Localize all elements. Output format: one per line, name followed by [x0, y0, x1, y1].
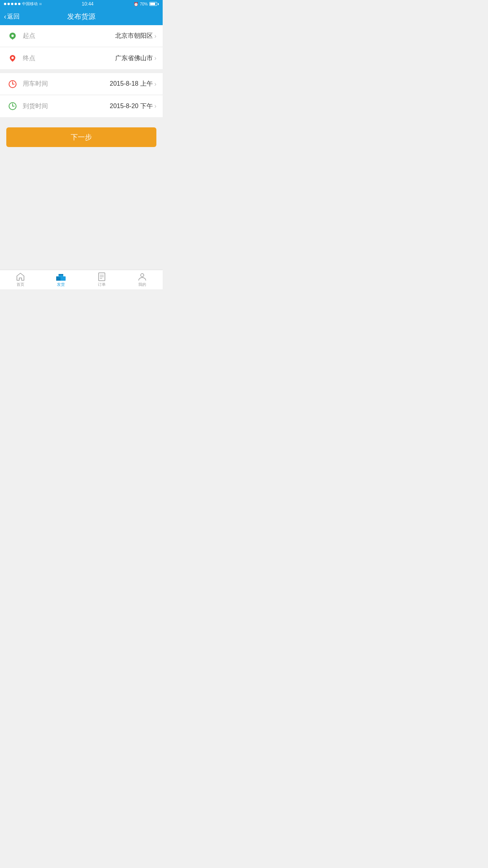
end-location-icon [6, 52, 19, 64]
tab-orders-label: 订单 [98, 282, 106, 287]
pickup-time-chevron-icon: › [154, 81, 156, 88]
end-point-chevron-icon: › [154, 55, 156, 62]
start-point-label: 起点 [23, 32, 115, 40]
profile-icon [138, 272, 147, 281]
svg-point-1 [11, 35, 14, 37]
content-area: 起点 北京市朝阳区 › 终点 广东省佛山市 › [0, 25, 163, 69]
delivery-time-icon [6, 100, 19, 112]
battery-icon [149, 2, 159, 6]
back-button[interactable]: ‹ 返回 [4, 13, 20, 21]
next-button-container: 下一步 [0, 121, 163, 153]
start-point-value: 北京市朝阳区 [115, 32, 153, 40]
start-location-icon [6, 30, 19, 42]
signal-dots [4, 3, 20, 5]
tab-bar: 首页 发货 订单 我的 [0, 270, 163, 289]
svg-point-19 [141, 274, 144, 277]
back-chevron-icon: ‹ [4, 13, 6, 21]
alarm-icon: ⏰ [134, 2, 138, 6]
pickup-time-icon [6, 78, 19, 90]
tab-orders[interactable]: 订单 [81, 270, 122, 289]
back-label: 返回 [7, 13, 20, 21]
battery-percent: 70% [140, 2, 148, 6]
svg-point-2 [11, 57, 14, 59]
empty-area [0, 153, 163, 289]
tab-profile-label: 我的 [138, 282, 146, 287]
tab-send[interactable]: 发货 [41, 270, 82, 289]
end-point-label: 终点 [23, 54, 115, 63]
status-right: ⏰ 70% [134, 2, 159, 6]
status-time: 10:44 [82, 1, 94, 7]
tab-profile[interactable]: 我的 [122, 270, 163, 289]
tab-send-label: 发货 [57, 282, 65, 287]
status-bar: 中国移动 ⌗ 10:44 ⏰ 70% [0, 0, 163, 8]
page-title: 发布货源 [67, 12, 95, 21]
end-point-value: 广东省佛山市 [115, 54, 153, 63]
tab-home-label: 首页 [17, 282, 24, 287]
send-icon [56, 272, 66, 281]
time-section: 用车时间 2015-8-18 上午 › 到货时间 2015-8-20 下午 › [0, 73, 163, 117]
next-button[interactable]: 下一步 [6, 127, 156, 147]
tab-home[interactable]: 首页 [0, 270, 41, 289]
end-point-row[interactable]: 终点 广东省佛山市 › [0, 47, 163, 69]
nav-bar: ‹ 返回 发布货源 [0, 8, 163, 25]
pickup-time-label: 用车时间 [23, 80, 110, 88]
section-divider-1 [0, 69, 163, 73]
status-left: 中国移动 ⌗ [4, 1, 42, 7]
orders-icon [98, 272, 106, 281]
delivery-time-value: 2015-8-20 下午 [110, 102, 152, 110]
start-point-chevron-icon: › [154, 33, 156, 40]
delivery-time-label: 到货时间 [23, 102, 110, 110]
home-icon [16, 272, 25, 281]
start-point-row[interactable]: 起点 北京市朝阳区 › [0, 25, 163, 47]
wifi-icon: ⌗ [39, 2, 42, 7]
delivery-time-row[interactable]: 到货时间 2015-8-20 下午 › [0, 95, 163, 117]
carrier-text: 中国移动 [22, 1, 38, 7]
svg-rect-14 [59, 274, 63, 275]
pickup-time-row[interactable]: 用车时间 2015-8-18 上午 › [0, 73, 163, 95]
pickup-time-value: 2015-8-18 上午 [110, 80, 152, 88]
section-divider-2 [0, 117, 163, 121]
delivery-time-chevron-icon: › [154, 103, 156, 110]
